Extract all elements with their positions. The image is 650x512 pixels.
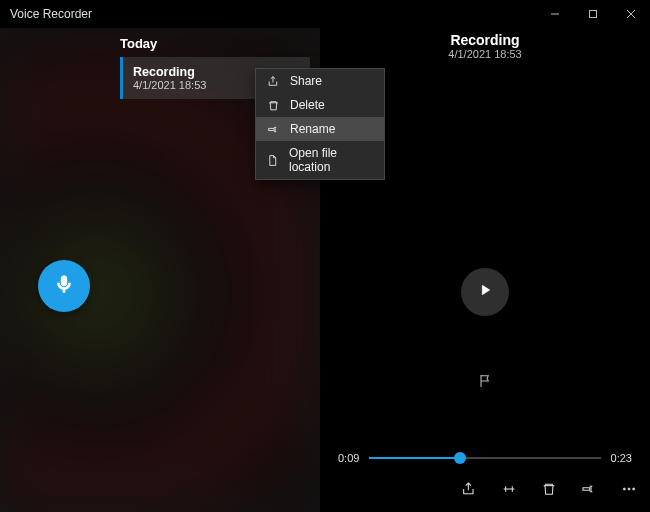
minimize-button[interactable] — [536, 0, 574, 28]
trim-icon — [501, 481, 517, 501]
context-menu-label: Delete — [290, 98, 325, 112]
rename-button[interactable] — [580, 482, 598, 500]
microphone-icon — [53, 273, 75, 299]
svg-point-4 — [623, 488, 625, 490]
context-menu: Share Delete Rename Open file location — [255, 68, 385, 180]
trim-button[interactable] — [500, 482, 518, 500]
rename-icon — [266, 123, 280, 136]
play-icon — [477, 282, 493, 302]
context-menu-label: Share — [290, 74, 322, 88]
window-controls — [536, 0, 650, 28]
content: Today Recording 4/1/2021 18:53 — [0, 28, 650, 512]
record-button[interactable] — [38, 260, 90, 312]
close-button[interactable] — [612, 0, 650, 28]
svg-point-5 — [628, 488, 630, 490]
action-row — [460, 482, 638, 500]
detail-header: Recording 4/1/2021 18:53 — [448, 28, 521, 60]
detail-subtitle: 4/1/2021 18:53 — [448, 48, 521, 60]
context-menu-delete[interactable]: Delete — [256, 93, 384, 117]
context-menu-label: Rename — [290, 122, 335, 136]
timeline-track[interactable] — [369, 457, 600, 459]
app-title: Voice Recorder — [10, 7, 92, 21]
svg-rect-1 — [590, 11, 597, 18]
rename-icon — [581, 481, 597, 501]
context-menu-share[interactable]: Share — [256, 69, 384, 93]
context-menu-label: Open file location — [289, 146, 374, 174]
play-button[interactable] — [461, 268, 509, 316]
section-header-today: Today — [120, 28, 320, 57]
trash-icon — [541, 481, 557, 501]
time-current: 0:09 — [338, 452, 359, 464]
more-icon — [621, 481, 637, 501]
recording-title: Recording — [133, 65, 206, 79]
recording-subtitle: 4/1/2021 18:53 — [133, 79, 206, 91]
svg-point-6 — [633, 488, 635, 490]
trash-icon — [266, 99, 280, 112]
add-marker-button[interactable] — [477, 373, 493, 393]
share-icon — [461, 481, 477, 501]
detail-title: Recording — [448, 32, 521, 48]
delete-button[interactable] — [540, 482, 558, 500]
timeline-thumb[interactable] — [454, 452, 466, 464]
time-total: 0:23 — [611, 452, 632, 464]
titlebar: Voice Recorder — [0, 0, 650, 28]
context-menu-open-location[interactable]: Open file location — [256, 141, 384, 179]
context-menu-rename[interactable]: Rename — [256, 117, 384, 141]
timeline-progress — [369, 457, 459, 459]
share-button[interactable] — [460, 482, 478, 500]
file-icon — [266, 154, 279, 167]
more-button[interactable] — [620, 482, 638, 500]
maximize-button[interactable] — [574, 0, 612, 28]
flag-icon — [477, 375, 493, 392]
timeline-row: 0:09 0:23 — [338, 452, 632, 464]
share-icon — [266, 75, 280, 88]
